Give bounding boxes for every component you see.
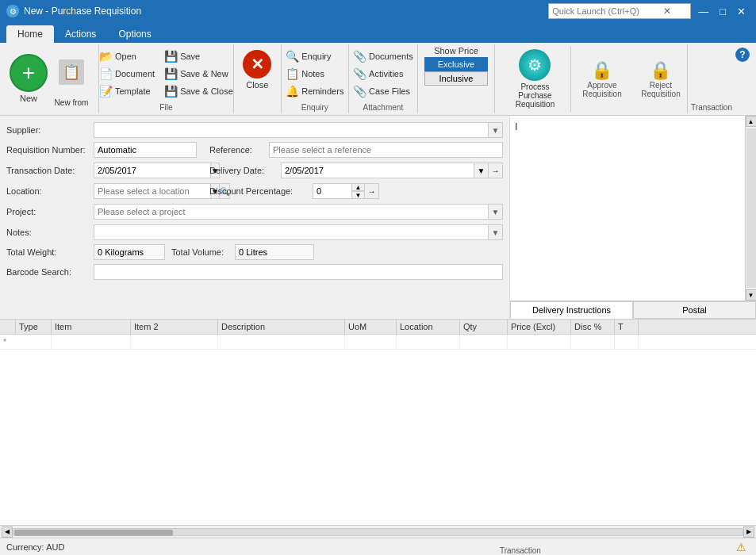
- notes-button[interactable]: 📋 Notes: [282, 66, 347, 82]
- delivery-date-wrap: ▼ →: [281, 163, 503, 178]
- delivery-notes-area[interactable]: I: [510, 116, 745, 300]
- new-row-disc[interactable]: [571, 335, 615, 349]
- hscroll-thumb[interactable]: [14, 530, 173, 536]
- notes-label: Notes:: [6, 228, 94, 237]
- title-bar-right: ✕ — □ ✕: [548, 3, 750, 19]
- new-row-type[interactable]: [16, 335, 52, 349]
- notes-dropdown[interactable]: ▼: [489, 224, 503, 240]
- window-close-button[interactable]: ✕: [733, 6, 750, 17]
- enquiry-col: 🔍 Enquiry 📋 Notes 🔔 Reminders: [282, 46, 347, 101]
- weight-volume-row: Total Weight: Total Volume:: [6, 244, 503, 260]
- activities-button[interactable]: 📎 Activities: [350, 66, 416, 82]
- vscroll-track[interactable]: [746, 128, 756, 288]
- exclusive-button[interactable]: Exclusive: [424, 57, 488, 71]
- reminders-button[interactable]: 🔔 Reminders: [282, 83, 347, 99]
- process-purchase-requisition-button[interactable]: ⚙ ProcessPurchase Requisition: [500, 46, 571, 112]
- reject-requisition-button[interactable]: 🔒 RejectRequisition: [633, 57, 689, 101]
- new-label: New: [20, 94, 37, 103]
- open-button[interactable]: 📂 Open: [96, 48, 158, 64]
- delivery-date-nav[interactable]: →: [489, 163, 503, 178]
- supplier-input-wrap: ▼: [94, 122, 503, 138]
- discount-down[interactable]: ▼: [352, 191, 365, 199]
- location-input[interactable]: [94, 183, 211, 199]
- case-files-icon: 📎: [353, 85, 366, 98]
- new-from-button[interactable]: 📋: [51, 49, 92, 97]
- minimize-button[interactable]: —: [694, 6, 712, 17]
- process-icon: ⚙: [519, 49, 551, 81]
- case-files-button[interactable]: 📎 Case Files: [350, 83, 416, 99]
- delivery-instructions-tab[interactable]: Delivery Instructions: [510, 301, 633, 319]
- right-panel-vscroll: ▲ ▼: [745, 116, 756, 300]
- project-input[interactable]: [94, 204, 489, 220]
- tab-options[interactable]: Options: [107, 25, 162, 43]
- form-area-row: Supplier: ▼ Requisition Number: Referenc…: [0, 116, 756, 319]
- new-button[interactable]: +: [10, 54, 48, 92]
- grid-col-price: Price (Excl): [508, 320, 571, 334]
- supplier-input[interactable]: [94, 122, 489, 138]
- document-icon: 📄: [99, 67, 113, 80]
- hscroll-track[interactable]: [13, 528, 743, 536]
- requisition-reference-row: Requisition Number: Reference:: [6, 141, 503, 159]
- barcode-input[interactable]: [94, 264, 503, 280]
- hscroll-left[interactable]: ◀: [2, 526, 13, 538]
- vscroll-up[interactable]: ▲: [746, 116, 757, 127]
- total-volume-input: [235, 244, 314, 260]
- delivery-date-dropdown[interactable]: ▼: [474, 163, 489, 178]
- trans-date-input[interactable]: [94, 163, 211, 178]
- approve-icon: 🔒: [591, 60, 612, 81]
- delivery-date-label: Delivery Date:: [209, 166, 281, 175]
- currency-label: Currency: AUD: [6, 542, 64, 552]
- inclusive-button[interactable]: Inclusive: [424, 71, 488, 86]
- grid-new-row[interactable]: *: [0, 335, 756, 350]
- maximize-button[interactable]: □: [716, 6, 730, 17]
- new-row-desc[interactable]: [218, 335, 345, 349]
- save-and-close-button[interactable]: 💾 Save & Close: [161, 83, 236, 99]
- requisition-number-input[interactable]: [94, 142, 197, 158]
- save-button[interactable]: 💾 Save: [161, 48, 236, 64]
- help-button[interactable]: ?: [732, 44, 753, 113]
- quick-launch-input[interactable]: [552, 6, 663, 16]
- grid-col-qty: Qty: [460, 320, 508, 334]
- new-row-loc[interactable]: [397, 335, 460, 349]
- discount-nav[interactable]: →: [365, 183, 379, 199]
- tab-home[interactable]: Home: [6, 25, 54, 43]
- new-row-qty[interactable]: [460, 335, 508, 349]
- new-row-item2[interactable]: [131, 335, 218, 349]
- documents-button[interactable]: 📎 Documents: [350, 48, 416, 64]
- horizontal-scrollbar[interactable]: ◀ ▶: [0, 525, 756, 538]
- grid-body[interactable]: *: [0, 335, 756, 525]
- document-button[interactable]: 📄 Document: [96, 66, 158, 82]
- delivery-date-input[interactable]: [281, 163, 474, 178]
- new-row-uom[interactable]: [345, 335, 397, 349]
- grid-col-t: T: [615, 320, 639, 334]
- supplier-dropdown-btn[interactable]: ▼: [489, 122, 503, 138]
- discount-up[interactable]: ▲: [352, 183, 365, 191]
- approve-requisition-button[interactable]: 🔒 ApproveRequisition: [574, 57, 630, 101]
- tab-actions[interactable]: Actions: [54, 25, 107, 43]
- vscroll-down[interactable]: ▼: [746, 289, 757, 300]
- reminders-icon: 🔔: [286, 85, 299, 98]
- quick-launch-search[interactable]: ✕: [548, 3, 691, 19]
- template-button[interactable]: 📝 Template: [96, 83, 158, 99]
- dates-row: Transaction Date: ▼ Delivery Date: ▼ →: [6, 162, 503, 179]
- discount-input[interactable]: [313, 183, 352, 199]
- enquiry-button[interactable]: 🔍 Enquiry: [282, 48, 347, 64]
- reference-input[interactable]: [269, 142, 503, 158]
- new-row-price[interactable]: [508, 335, 571, 349]
- grid-col-disc: Disc %: [571, 320, 615, 334]
- hscroll-right[interactable]: ▶: [743, 526, 754, 538]
- postal-tab[interactable]: Postal: [633, 301, 756, 319]
- enquiry-icon: 🔍: [286, 50, 299, 63]
- project-dropdown[interactable]: ▼: [489, 204, 503, 220]
- attachment-col: 📎 Documents 📎 Activities 📎 Case Files: [350, 46, 416, 101]
- notes-input[interactable]: [94, 224, 489, 240]
- grid-col-desc: Description: [218, 320, 345, 334]
- search-clear-icon[interactable]: ✕: [663, 6, 671, 17]
- barcode-label: Barcode Search:: [6, 267, 94, 277]
- save-and-new-button[interactable]: 💾 Save & New: [161, 66, 236, 82]
- notes-input-wrap: ▼: [94, 224, 503, 240]
- close-button[interactable]: ✕ Close: [236, 46, 278, 94]
- new-row-item[interactable]: [52, 335, 131, 349]
- new-row-t[interactable]: [615, 335, 639, 349]
- ribbon-group-enquiry: 🔍 Enquiry 📋 Notes 🔔 Reminders Enquiry: [282, 44, 349, 113]
